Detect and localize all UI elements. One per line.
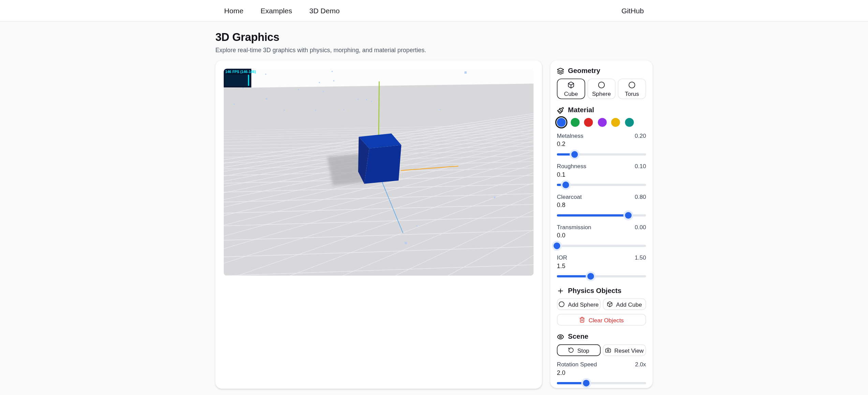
transmission-current-value: 0.0: [557, 232, 646, 238]
fps-graph: [225, 75, 250, 86]
metalness-value-badge: 0.20: [635, 132, 646, 139]
material-color-amber[interactable]: [611, 118, 620, 127]
page-title: 3D Graphics: [215, 31, 652, 44]
page-subtitle: Explore real-time 3D graphics with physi…: [215, 46, 652, 53]
controls-panel: Geometry Cube Sphere Torus: [550, 60, 652, 388]
rotation-speed-label: Rotation Speed: [557, 361, 597, 367]
clearcoat-current-value: 0.8: [557, 202, 646, 208]
transmission-slider-thumb[interactable]: [554, 242, 560, 249]
nav-link-3d-demo[interactable]: 3D Demo: [309, 6, 340, 15]
3d-viewport[interactable]: 146 FPS (146-146): [224, 69, 534, 276]
metalness-label: Metalness: [557, 132, 584, 139]
ior-value-badge: 1.50: [635, 254, 646, 261]
material-section-title: Material: [568, 106, 594, 114]
material-color-teal[interactable]: [625, 118, 634, 127]
plus-icon: [557, 287, 564, 294]
ior-slider-thumb[interactable]: [587, 273, 594, 279]
physics-section-title: Physics Objects: [568, 287, 621, 295]
ior-current-value: 1.5: [557, 262, 646, 269]
rotation-speed-slider-thumb[interactable]: [583, 380, 589, 386]
trash-icon: [579, 317, 585, 323]
fps-readout: 146 FPS (146-146): [225, 70, 250, 74]
geometry-option-sphere[interactable]: Sphere: [587, 78, 616, 99]
geometry-option-torus[interactable]: Torus: [618, 78, 646, 99]
add-cube-button[interactable]: Add Cube: [603, 298, 646, 310]
nav-link-home[interactable]: Home: [224, 6, 243, 15]
app-root: Home Examples 3D Demo GitHub 3D Graphics…: [0, 0, 868, 395]
box-icon: [607, 301, 613, 307]
nav-link-examples[interactable]: Examples: [261, 6, 292, 15]
clear-objects-button[interactable]: Clear Objects: [557, 314, 646, 325]
fps-stats-panel[interactable]: 146 FPS (146-146): [224, 69, 251, 87]
clearcoat-value-badge: 0.80: [635, 193, 646, 200]
box-icon: [568, 81, 575, 88]
nav-link-github[interactable]: GitHub: [621, 6, 644, 15]
roughness-slider[interactable]: [557, 181, 646, 188]
geometry-option-cube[interactable]: Cube: [557, 78, 585, 99]
top-nav: Home Examples 3D Demo GitHub: [0, 0, 868, 21]
clearcoat-slider[interactable]: [557, 211, 646, 219]
clearcoat-slider-thumb[interactable]: [625, 212, 631, 218]
transmission-label: Transmission: [557, 224, 591, 230]
camera-icon: [605, 347, 611, 353]
clearcoat-label: Clearcoat: [557, 193, 582, 200]
ior-label: IOR: [557, 254, 567, 261]
paintbrush-icon: [557, 106, 564, 114]
roughness-value-badge: 0.10: [635, 163, 646, 169]
viewport-card: 146 FPS (146-146): [215, 60, 542, 389]
screenshot-stage: Home Examples 3D Demo GitHub 3D Graphics…: [0, 0, 868, 395]
ior-slider[interactable]: [557, 273, 646, 280]
material-color-purple[interactable]: [598, 118, 606, 127]
rotation-speed-value-badge: 2.0x: [635, 361, 646, 367]
geometry-section-title: Geometry: [568, 67, 600, 75]
rotation-speed-current-value: 2.0: [557, 369, 646, 376]
transmission-value-badge: 0.00: [635, 224, 646, 230]
roughness-label: Roughness: [557, 163, 586, 169]
rotate-ccw-icon: [568, 347, 574, 353]
eye-icon: [557, 333, 564, 340]
add-sphere-button[interactable]: Add Sphere: [557, 298, 600, 310]
roughness-current-value: 0.1: [557, 171, 646, 178]
scene-section-title: Scene: [568, 333, 588, 340]
material-color-blue[interactable]: [557, 118, 566, 127]
circle-icon: [628, 81, 635, 88]
reset-view-button[interactable]: Reset View: [603, 345, 646, 356]
material-color-red[interactable]: [584, 118, 593, 127]
circle-icon: [559, 301, 565, 307]
metalness-current-value: 0.2: [557, 141, 646, 147]
roughness-slider-thumb[interactable]: [562, 181, 569, 188]
3d-scene-canvas[interactable]: [224, 69, 534, 276]
metalness-slider-thumb[interactable]: [571, 151, 578, 157]
cube-mesh[interactable]: [358, 133, 401, 184]
material-color-green[interactable]: [571, 118, 579, 127]
layers-icon: [557, 67, 564, 74]
stop-rotation-button[interactable]: Stop: [557, 345, 600, 356]
circle-icon: [598, 81, 605, 88]
transmission-slider[interactable]: [557, 242, 646, 249]
rotation-speed-slider[interactable]: [557, 379, 646, 386]
axis-y-green: [379, 82, 379, 141]
metalness-slider[interactable]: [557, 150, 646, 158]
